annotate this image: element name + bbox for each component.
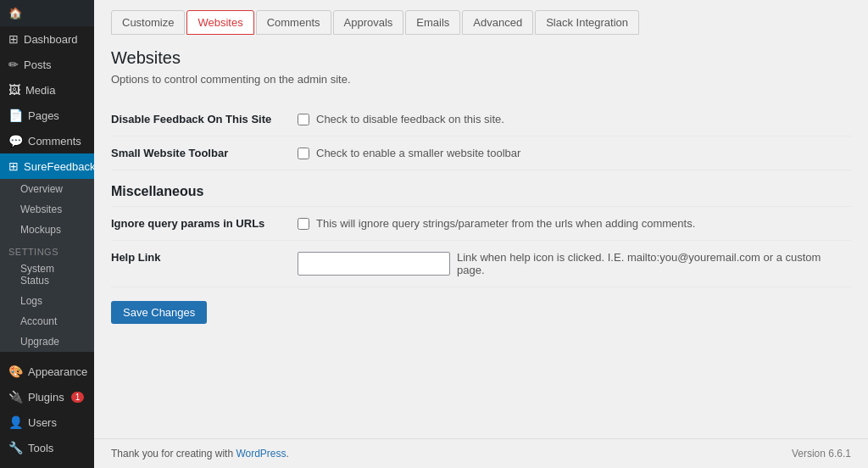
disable-feedback-checkbox[interactable] xyxy=(298,114,309,125)
sidebar-item-label: Appearance xyxy=(28,365,87,378)
sidebar-item-users[interactable]: 👤 Users xyxy=(0,410,94,435)
comments-icon: 💬 xyxy=(8,134,23,148)
submenu-item-upgrade[interactable]: Upgrade xyxy=(0,332,94,352)
help-link-input[interactable] xyxy=(298,252,450,276)
field-label-ignore-query: Ignore query params in URLs xyxy=(111,207,298,241)
pages-icon: 📄 xyxy=(8,109,23,122)
sidebar-item-pages[interactable]: 📄 Pages xyxy=(0,103,94,128)
sidebar-item-settings[interactable]: ⚙ Settings xyxy=(0,460,94,468)
sidebar-item-dashboard[interactable]: ⊞ Dashboard xyxy=(0,26,94,52)
sidebar-item-label: Plugins xyxy=(28,391,64,404)
tools-icon: 🔧 xyxy=(8,441,23,454)
tab-approvals[interactable]: Approvals xyxy=(333,10,404,35)
table-row: Ignore query params in URLs This will ig… xyxy=(111,207,851,241)
ignore-query-checkbox[interactable] xyxy=(298,218,309,230)
sidebar-item-media[interactable]: 🖼 Media xyxy=(0,77,94,103)
submenu-item-logs[interactable]: Logs xyxy=(0,291,94,311)
misc-settings-table: Ignore query params in URLs This will ig… xyxy=(111,207,851,287)
submenu-item-mockups[interactable]: Mockups xyxy=(0,220,94,240)
sidebar-item-label: Posts xyxy=(24,58,52,71)
sidebar-item-label: Tools xyxy=(28,442,53,454)
save-changes-button[interactable]: Save Changes xyxy=(111,301,207,324)
footer-period: . xyxy=(287,448,289,460)
field-cell-small-toolbar: Check to enable a smaller website toolba… xyxy=(298,136,851,170)
small-toolbar-checkbox[interactable] xyxy=(298,148,309,159)
footer: Version 6.6.1 Thank you for creating wit… xyxy=(94,438,868,468)
tab-slack-integration[interactable]: Slack Integration xyxy=(535,10,639,35)
small-toolbar-label: Check to enable a smaller website toolba… xyxy=(316,147,520,159)
field-label-small-toolbar: Small Website Toolbar xyxy=(111,136,298,170)
content-area: Customize Websites Comments Approvals Em… xyxy=(94,0,868,438)
tab-emails[interactable]: Emails xyxy=(405,10,460,35)
table-row: Help Link Link when help icon is clicked… xyxy=(111,241,851,287)
table-row: Small Website Toolbar Check to enable a … xyxy=(111,136,851,170)
disable-feedback-label: Check to disable feedback on this site. xyxy=(316,113,504,125)
footer-text: Thank you for creating with xyxy=(111,448,236,460)
sidebar-item-posts[interactable]: ✏ Posts xyxy=(0,52,94,77)
plugins-badge: 1 xyxy=(71,392,85,403)
sidebar-item-plugins[interactable]: 🔌 Plugins 1 xyxy=(0,384,94,410)
media-icon: 🖼 xyxy=(8,83,20,97)
help-link-description: Link when help icon is clicked. I.E. mai… xyxy=(457,251,851,276)
plugins-icon: 🔌 xyxy=(8,390,23,404)
table-row: Disable Feedback On This Site Check to d… xyxy=(111,103,851,136)
tab-comments[interactable]: Comments xyxy=(256,10,331,35)
text-input-row: Link when help icon is clicked. I.E. mai… xyxy=(298,251,851,276)
sidebar-item-label: Dashboard xyxy=(24,33,78,46)
sidebar-item-appearance[interactable]: 🎨 Appearance xyxy=(0,359,94,384)
wp-logo-icon: 🏠 xyxy=(8,7,22,20)
submenu-item-websites[interactable]: Websites xyxy=(0,199,94,220)
appearance-icon: 🎨 xyxy=(8,365,23,378)
checkbox-row: This will ignore query strings/parameter… xyxy=(298,217,851,230)
sidebar-item-label: Users xyxy=(28,416,57,429)
settings-section-label: Settings xyxy=(0,240,94,259)
sidebar-item-surefeedback[interactable]: ⊞ SureFeedback xyxy=(0,153,94,179)
settings-table: Disable Feedback On This Site Check to d… xyxy=(111,103,851,170)
misc-section-title: Miscellaneous xyxy=(111,170,851,207)
posts-icon: ✏ xyxy=(8,58,19,71)
surefeedback-submenu: Overview Websites Mockups Settings Syste… xyxy=(0,179,94,352)
tab-advanced[interactable]: Advanced xyxy=(462,10,533,35)
sidebar-item-label: Media xyxy=(25,84,55,97)
field-label-help-link: Help Link xyxy=(111,241,298,287)
surefeedback-icon: ⊞ xyxy=(8,159,19,173)
sidebar-item-tools[interactable]: 🔧 Tools xyxy=(0,435,94,460)
ignore-query-label: This will ignore query strings/parameter… xyxy=(316,217,695,230)
field-cell-help-link: Link when help icon is clicked. I.E. mai… xyxy=(298,241,851,287)
checkbox-row: Check to enable a smaller website toolba… xyxy=(298,147,851,159)
tab-bar: Customize Websites Comments Approvals Em… xyxy=(111,10,851,35)
dashboard-icon: ⊞ xyxy=(8,32,19,46)
tab-customize[interactable]: Customize xyxy=(111,10,185,35)
field-cell-ignore-query: This will ignore query strings/parameter… xyxy=(298,207,851,241)
field-cell-disable-feedback: Check to disable feedback on this site. xyxy=(298,103,851,136)
checkbox-row: Check to disable feedback on this site. xyxy=(298,113,851,125)
sidebar-item-comments[interactable]: 💬 Comments xyxy=(0,128,94,153)
main-content: Customize Websites Comments Approvals Em… xyxy=(94,0,868,468)
sidebar-item-label: Comments xyxy=(28,135,81,148)
field-label-disable-feedback: Disable Feedback On This Site xyxy=(111,103,298,136)
tab-websites[interactable]: Websites xyxy=(186,10,253,35)
sidebar-logo: 🏠 xyxy=(0,0,94,26)
sidebar: 🏠 ⊞ Dashboard ✏ Posts 🖼 Media 📄 Pages 💬 … xyxy=(0,0,94,468)
submenu-item-overview[interactable]: Overview xyxy=(0,179,94,199)
sidebar-item-label: SureFeedback xyxy=(24,160,94,173)
wordpress-link[interactable]: WordPress xyxy=(236,448,286,460)
page-title: Websites xyxy=(111,48,851,68)
page-description: Options to control commenting on the adm… xyxy=(111,73,851,86)
sidebar-item-label: Pages xyxy=(28,109,59,122)
version-text: Version 6.6.1 xyxy=(792,448,851,460)
submenu-item-account[interactable]: Account xyxy=(0,311,94,332)
users-icon: 👤 xyxy=(8,415,23,429)
submenu-item-system-status[interactable]: System Status xyxy=(0,259,94,291)
